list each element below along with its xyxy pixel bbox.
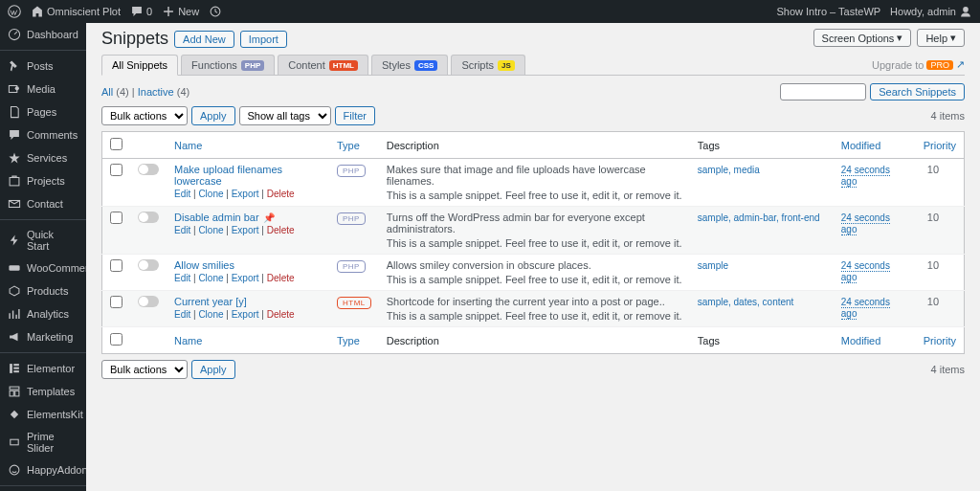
col-type-foot[interactable]: Type <box>337 335 360 346</box>
modified-link[interactable]: 24 seconds ago <box>841 212 890 235</box>
tab-content[interactable]: ContentHTML <box>278 55 368 75</box>
edit-link[interactable]: Edit <box>174 225 190 235</box>
new-content[interactable]: New <box>162 5 199 18</box>
sidebar-item-projects[interactable]: Projects <box>0 169 86 192</box>
delete-link[interactable]: Delete <box>267 309 295 320</box>
activate-toggle[interactable] <box>138 259 159 271</box>
site-name[interactable]: Omniscient Plot <box>31 5 121 18</box>
col-tags-foot: Tags <box>698 335 720 346</box>
clone-link[interactable]: Clone <box>198 225 223 235</box>
add-new-button[interactable]: Add New <box>174 31 234 48</box>
tags-filter-select[interactable]: Show all tags <box>239 106 331 125</box>
export-link[interactable]: Export <box>232 189 259 199</box>
delete-link[interactable]: Delete <box>267 225 295 235</box>
activate-toggle[interactable] <box>138 164 159 175</box>
svg-rect-11 <box>13 368 19 369</box>
howdy-text: Howdy, admin <box>890 6 956 17</box>
sidebar-item-marketing[interactable]: Marketing <box>0 325 86 348</box>
sidebar-item-services[interactable]: Services <box>0 146 86 169</box>
col-modified-foot[interactable]: Modified <box>841 335 881 346</box>
activate-toggle[interactable] <box>138 212 159 223</box>
show-intro-link[interactable]: Show Intro – TasteWP <box>776 6 880 17</box>
col-name[interactable]: Name <box>174 140 202 151</box>
clone-link[interactable]: Clone <box>198 273 223 283</box>
row-checkbox[interactable] <box>110 164 122 176</box>
upgrade-link[interactable]: Upgrade to PRO ↗ <box>872 58 965 75</box>
tab-all-snippets[interactable]: All Snippets <box>101 55 178 76</box>
search-button[interactable]: Search Snippets <box>870 83 965 100</box>
woo-icon <box>8 261 21 275</box>
tab-functions[interactable]: FunctionsPHP <box>181 55 275 75</box>
sidebar-item-products[interactable]: Products <box>0 279 86 302</box>
view-all[interactable]: All <box>101 86 113 98</box>
col-type[interactable]: Type <box>337 140 360 151</box>
svg-rect-15 <box>15 391 19 396</box>
row-checkbox[interactable] <box>110 259 122 272</box>
screen-options-button[interactable]: Screen Options ▾ <box>813 29 912 47</box>
modified-link[interactable]: 24 seconds ago <box>841 297 890 320</box>
snippet-title-link[interactable]: Disable admin bar 📌 <box>174 212 275 223</box>
sidebar-item-media[interactable]: Media <box>0 78 86 100</box>
export-link[interactable]: Export <box>232 225 259 235</box>
tags-link[interactable]: sample, media <box>698 165 760 175</box>
sidebar-item-analytics[interactable]: Analytics <box>0 302 86 325</box>
bulk-actions-select-bottom[interactable]: Bulk actions <box>101 360 188 379</box>
sidebar-item-quickstart[interactable]: Quick Start <box>0 224 86 257</box>
sidebar-item-pages[interactable]: Pages <box>0 100 86 123</box>
wp-logo[interactable] <box>8 5 21 18</box>
select-all-checkbox[interactable] <box>110 138 122 150</box>
export-link[interactable]: Export <box>232 309 259 320</box>
col-modified[interactable]: Modified <box>841 140 881 151</box>
col-name-foot[interactable]: Name <box>174 335 202 346</box>
tags-link[interactable]: sample <box>698 260 728 271</box>
row-checkbox[interactable] <box>110 212 122 224</box>
table-row: Disable admin bar 📌 Edit | Clone | Expor… <box>102 207 965 255</box>
sidebar-item-posts[interactable]: Posts <box>0 55 86 78</box>
tags-link[interactable]: sample, dates, content <box>698 297 794 307</box>
priority-value: 10 <box>924 212 939 223</box>
edit-link[interactable]: Edit <box>174 189 190 199</box>
apply-button[interactable]: Apply <box>191 106 235 125</box>
sidebar-item-templates[interactable]: Templates <box>0 380 86 403</box>
sidebar-item-elementskit[interactable]: ElementsKit <box>0 403 86 426</box>
sidebar-item-elementor[interactable]: Elementor <box>0 357 86 380</box>
apply-button-bottom[interactable]: Apply <box>191 360 235 379</box>
modified-link[interactable]: 24 seconds ago <box>841 260 890 283</box>
snippet-title-link[interactable]: Make upload filenames lowercase <box>174 164 322 187</box>
sidebar-item-woo[interactable]: WooCommerce <box>0 257 86 279</box>
tags-link[interactable]: sample, admin-bar, front-end <box>698 212 820 223</box>
row-checkbox[interactable] <box>110 296 122 308</box>
howdy-user[interactable]: Howdy, admin <box>890 5 972 18</box>
activate-toggle[interactable] <box>138 296 159 307</box>
clone-link[interactable]: Clone <box>198 189 223 199</box>
modified-link[interactable]: 24 seconds ago <box>841 165 890 188</box>
edit-link[interactable]: Edit <box>174 273 190 283</box>
snippet-title-link[interactable]: Allow smilies <box>174 259 234 271</box>
backup-icon[interactable] <box>209 5 222 18</box>
col-priority[interactable]: Priority <box>924 140 956 151</box>
import-button[interactable]: Import <box>240 31 287 48</box>
help-button[interactable]: Help ▾ <box>917 29 965 47</box>
view-inactive[interactable]: Inactive <box>138 86 174 98</box>
sidebar-item-comments[interactable]: Comments <box>0 123 86 146</box>
tab-scripts[interactable]: ScriptsJS <box>451 55 524 75</box>
clone-link[interactable]: Clone <box>198 309 223 320</box>
snippet-title-link[interactable]: Current year [y] <box>174 296 247 307</box>
edit-link[interactable]: Edit <box>174 309 190 320</box>
delete-link[interactable]: Delete <box>267 189 295 199</box>
tab-styles[interactable]: StylesCSS <box>371 55 448 75</box>
sidebar-item-contact[interactable]: Contact <box>0 192 86 215</box>
export-link[interactable]: Export <box>232 273 259 283</box>
filter-button[interactable]: Filter <box>335 106 375 125</box>
sidebar-item-primeslider[interactable]: Prime Slider <box>0 426 86 458</box>
col-priority-foot[interactable]: Priority <box>924 335 956 346</box>
svg-rect-8 <box>9 265 19 271</box>
envelope-icon <box>8 197 21 211</box>
comments-link[interactable]: 0 <box>130 5 152 18</box>
delete-link[interactable]: Delete <box>267 273 295 283</box>
sidebar-item-dashboard[interactable]: Dashboard <box>0 23 86 46</box>
search-input[interactable] <box>780 83 866 100</box>
sidebar-item-happyaddons[interactable]: HappyAddons <box>0 458 86 481</box>
bulk-actions-select[interactable]: Bulk actions <box>101 106 188 125</box>
select-all-checkbox-foot[interactable] <box>110 333 122 346</box>
